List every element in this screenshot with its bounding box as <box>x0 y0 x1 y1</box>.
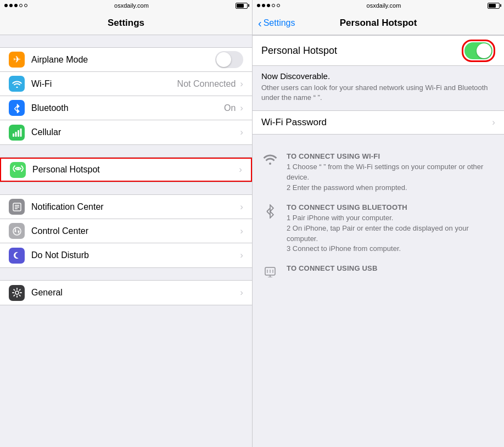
notification-icon <box>9 199 25 215</box>
airplane-mode-row[interactable]: ✈ Airplane Mode <box>0 48 252 72</box>
battery-fill <box>237 4 244 8</box>
spacer2 <box>0 145 252 157</box>
dnd-chevron: › <box>240 250 243 261</box>
toggle-highlight-box <box>462 40 495 62</box>
hotspot-toggle-knob <box>477 43 491 58</box>
left-status-bar: osxdaily.com <box>0 0 252 11</box>
connect-wifi-item: TO CONNECT USING WI-FI 1 Choose “ ” from… <box>261 152 495 193</box>
discoverable-text: Other users can look for your shared net… <box>261 83 495 103</box>
connect-bt-content: TO CONNECT USING BLUETOOTH 1 Pair iPhone… <box>287 203 495 254</box>
left-nav-bar: Settings <box>0 11 252 35</box>
right-panel: osxdaily.com ‹ Settings Personal Hotspot… <box>252 0 504 447</box>
back-button[interactable]: ‹ Settings <box>258 18 295 29</box>
wifi-icon <box>9 76 25 92</box>
wifi-password-chevron: › <box>492 117 495 128</box>
dot2 <box>9 4 13 7</box>
dnd-svg <box>12 250 22 260</box>
cellular-chevron: › <box>240 127 243 138</box>
svg-rect-2 <box>13 133 14 137</box>
connect-wifi-title: TO CONNECT USING WI-FI <box>287 152 495 160</box>
back-chevron-icon: ‹ <box>258 18 262 29</box>
connect-usb-title: TO CONNECT USING USB <box>287 264 378 272</box>
right-nav-title: Personal Hotspot <box>340 18 417 29</box>
dot5 <box>24 4 27 7</box>
spacer1 <box>0 35 252 47</box>
spacer4 <box>0 268 252 280</box>
hotspot-row-label: Personal Hotspot <box>32 165 239 175</box>
svg-point-16 <box>15 291 19 294</box>
connect-bt-step3: 3 Connect to iPhone from computer. <box>287 244 495 254</box>
svg-line-1 <box>14 109 17 111</box>
hotspot-toggle[interactable] <box>464 42 492 59</box>
personal-hotspot-row[interactable]: Personal Hotspot › <box>0 158 252 182</box>
bluetooth-row[interactable]: Bluetooth On › <box>0 96 252 120</box>
notif-svg <box>12 202 22 212</box>
control-row[interactable]: Control Center › <box>0 219 252 243</box>
dot1 <box>4 4 8 7</box>
hotspot-svg <box>13 165 24 175</box>
svg-rect-3 <box>15 132 16 137</box>
bluetooth-value: On <box>224 103 236 113</box>
control-label: Control Center <box>31 226 240 236</box>
dot3 <box>14 4 18 7</box>
general-icon <box>9 285 25 301</box>
dnd-row[interactable]: Do Not Disturb › <box>0 243 252 267</box>
signal-dots <box>4 4 27 7</box>
general-label: General <box>31 288 240 298</box>
airplane-icon: ✈ <box>9 52 25 68</box>
connect-bt-item: TO CONNECT USING BLUETOOTH 1 Pair iPhone… <box>261 203 495 254</box>
discoverable-title: Now Discoverable. <box>261 71 495 81</box>
rdot1 <box>257 4 260 7</box>
hotspot-toggle-label: Personal Hotspot <box>261 45 462 57</box>
connect-wifi-step2: 2 Enter the password when prompted. <box>287 183 495 193</box>
dnd-icon <box>9 248 25 264</box>
right-battery <box>488 3 500 9</box>
connect-wifi-content: TO CONNECT USING WI-FI 1 Choose “ ” from… <box>287 152 495 193</box>
cellular-row[interactable]: Cellular › <box>0 120 252 144</box>
wifi-password-row[interactable]: Wi-Fi Password › <box>253 110 504 135</box>
connect-usb-icon <box>261 264 279 277</box>
svg-point-11 <box>13 227 21 235</box>
bluetooth-label: Bluetooth <box>31 103 224 113</box>
connect-bt-icon <box>261 203 279 219</box>
left-battery <box>236 3 248 9</box>
wifi-chevron: › <box>240 79 243 90</box>
general-row[interactable]: General › <box>0 281 252 305</box>
wifi-password-label: Wi-Fi Password <box>261 117 492 128</box>
network-group: ✈ Airplane Mode Wi-Fi Not Connected <box>0 47 252 145</box>
right-content: Personal Hotspot Now Discoverable. Other… <box>253 35 504 447</box>
back-label: Settings <box>264 18 295 28</box>
left-panel: osxdaily.com Settings ✈ Airplane Mode <box>0 0 252 447</box>
control-chevron: › <box>240 226 243 237</box>
wifi-row[interactable]: Wi-Fi Not Connected › <box>0 72 252 96</box>
right-status-bar: osxdaily.com <box>253 0 504 11</box>
general-group: General › <box>0 280 252 305</box>
svg-rect-4 <box>18 130 19 137</box>
dnd-label: Do Not Disturb <box>31 250 240 260</box>
left-url: osxdaily.com <box>114 2 149 9</box>
right-battery-icon <box>488 3 500 9</box>
hotspot-row-chevron: › <box>239 164 242 175</box>
wifi-label: Wi-Fi <box>31 79 177 89</box>
dot4 <box>19 4 23 7</box>
hotspot-toggle-row[interactable]: Personal Hotspot <box>253 35 504 66</box>
right-battery-fill <box>489 4 496 8</box>
notification-row[interactable]: Notification Center › <box>0 195 252 219</box>
toggle-knob <box>216 52 231 67</box>
connect-usb-content: TO CONNECT USING USB <box>287 264 378 274</box>
cellular-label: Cellular <box>31 127 240 137</box>
ctrl-svg <box>12 226 22 236</box>
right-url: osxdaily.com <box>367 2 401 9</box>
connect-bt-step2: 2 On iPhone, tap Pair or enter the code … <box>287 223 495 244</box>
airplane-toggle[interactable] <box>215 51 243 68</box>
connect-bt-step1: 1 Pair iPhone with your computer. <box>287 213 495 223</box>
discoverable-box: Now Discoverable. Other users can look f… <box>253 66 504 110</box>
rdot2 <box>262 4 265 7</box>
svg-rect-5 <box>20 128 21 137</box>
notification-chevron: › <box>240 202 243 213</box>
battery-icon <box>236 3 248 9</box>
connect-section: TO CONNECT USING WI-FI 1 Choose “ ” from… <box>253 147 504 295</box>
right-spacer1 <box>253 135 504 147</box>
hotspot-row-icon <box>10 162 26 178</box>
svg-line-0 <box>14 106 17 109</box>
